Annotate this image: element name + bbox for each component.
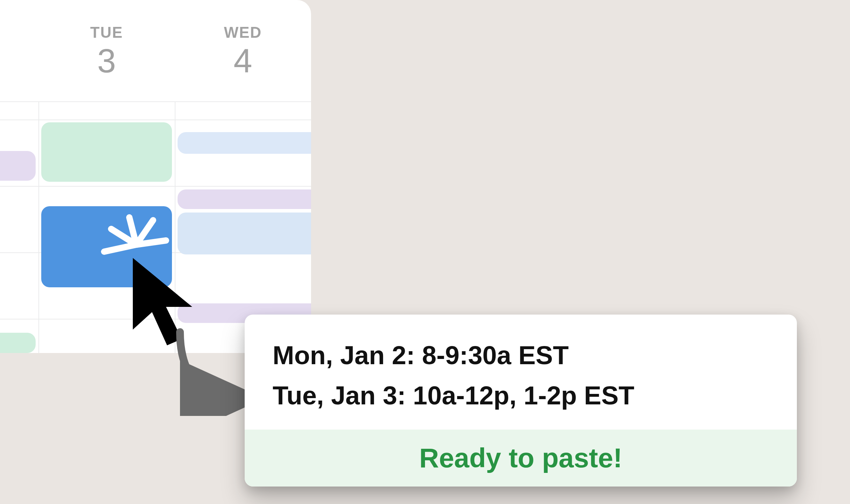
calendar-event-selected[interactable] — [41, 206, 172, 287]
result-line-2: Tue, Jan 3: 10a-12p, 1-2p EST — [273, 376, 769, 416]
calendar-event[interactable] — [41, 122, 172, 182]
day-label-tue: TUE — [90, 24, 123, 41]
grid-hline — [0, 186, 311, 187]
calendar-col-tue[interactable]: TUE 3 — [38, 0, 175, 101]
result-footer: Ready to paste! — [245, 430, 797, 487]
day-label-wed: WED — [224, 24, 262, 41]
result-line-1: Mon, Jan 2: 8-9:30a EST — [273, 336, 769, 376]
calendar-event[interactable] — [178, 213, 311, 254]
calendar-event[interactable] — [0, 151, 36, 181]
day-number-tue: 3 — [97, 44, 116, 78]
canvas: TUE 3 WED 4 — [0, 0, 850, 504]
calendar-event[interactable] — [178, 132, 311, 154]
grid-hline — [0, 120, 311, 120]
calendar-header: TUE 3 WED 4 — [0, 0, 311, 102]
calendar-col-sliver — [0, 0, 38, 101]
grid-vline — [175, 102, 175, 353]
status-text: Ready to paste! — [252, 442, 790, 474]
calendar-event[interactable] — [178, 189, 311, 209]
result-popup: Mon, Jan 2: 8-9:30a EST Tue, Jan 3: 10a-… — [245, 315, 797, 487]
result-body: Mon, Jan 2: 8-9:30a EST Tue, Jan 3: 10a-… — [245, 315, 797, 430]
calendar-col-wed[interactable]: WED 4 — [175, 0, 311, 101]
calendar-event[interactable] — [0, 333, 36, 353]
grid-vline — [38, 102, 39, 353]
day-number-wed: 4 — [233, 44, 252, 78]
calendar-card: TUE 3 WED 4 — [0, 0, 311, 353]
